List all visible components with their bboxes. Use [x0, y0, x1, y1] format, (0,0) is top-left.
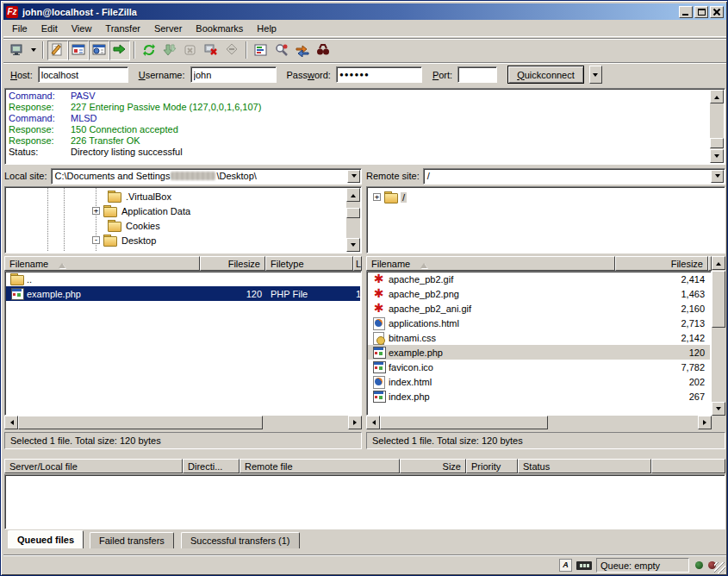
combo-dropdown[interactable] [347, 170, 360, 183]
column-filesize[interactable]: Filesize [200, 256, 265, 271]
remote-site-combobox[interactable]: / [423, 168, 725, 185]
port-input[interactable] [457, 66, 497, 83]
column-filename[interactable]: Filename [4, 256, 200, 271]
file-row-selected[interactable]: example.php 120 [368, 345, 710, 360]
close-button[interactable] [710, 6, 724, 18]
column-filesize[interactable]: Filesize [615, 256, 708, 271]
process-queue-button[interactable] [159, 41, 180, 60]
chevron-down-icon [352, 174, 357, 180]
menu-bookmarks[interactable]: Bookmarks [189, 22, 250, 35]
file-row-parent-dir[interactable]: .. [6, 272, 360, 286]
tab-queued-files[interactable]: Queued files [8, 530, 84, 548]
combo-dropdown[interactable] [711, 170, 724, 183]
username-input[interactable] [190, 66, 277, 83]
column-size[interactable]: Size [400, 459, 466, 473]
tab-successful-transfers[interactable]: Successful transfers (1) [181, 532, 300, 548]
refresh-button[interactable] [139, 41, 159, 60]
column-direction[interactable]: Directi... [183, 459, 240, 473]
local-site-combobox[interactable]: C:\Documents and Settings\Desktop\ [51, 168, 362, 185]
host-label: Host: [10, 70, 33, 80]
quickconnect-button[interactable]: Quickconnect [507, 66, 584, 84]
directory-comparison-button[interactable] [271, 41, 292, 60]
tree-item-root[interactable]: + / [373, 190, 407, 204]
tree-item-cookies[interactable]: Cookies [108, 218, 162, 233]
menu-help[interactable]: Help [250, 22, 283, 35]
status-bar: A Queue: empty [3, 554, 726, 574]
file-row[interactable]: index.php 267 [368, 389, 710, 404]
find-files-button[interactable] [313, 41, 333, 60]
scrollbar-thumb[interactable] [346, 208, 360, 218]
column-filename[interactable]: Filename [366, 256, 615, 271]
file-row[interactable]: index.html 202 [368, 374, 710, 389]
php-file-icon [10, 288, 23, 299]
tab-failed-transfers[interactable]: Failed transfers [90, 532, 174, 548]
image-file-icon: ✱ [372, 288, 385, 299]
menu-edit[interactable]: Edit [34, 22, 65, 35]
file-row[interactable]: ✱apache_pb2_ani.gif 2,160 [368, 301, 710, 316]
site-manager-dropdown[interactable] [28, 41, 39, 60]
file-row-example-php[interactable]: example.php 120 PHP File 1 [6, 286, 360, 301]
scroll-left-icon [8, 420, 14, 425]
local-file-list: .. example.php 120 PHP File 1 [4, 271, 362, 416]
cancel-button[interactable] [180, 41, 201, 60]
site-manager-button[interactable] [7, 41, 28, 60]
resize-grip[interactable] [714, 562, 725, 573]
column-last-modified[interactable]: L [353, 256, 362, 271]
filter-button[interactable] [251, 41, 271, 60]
column-remote-file[interactable]: Remote file [240, 459, 400, 473]
transfer-type-icon[interactable]: A [559, 559, 572, 572]
sort-ascending-icon [59, 260, 65, 268]
tree-item-application-data[interactable]: + Application Data [92, 203, 192, 218]
file-row[interactable]: bitnami.css 2,142 [368, 330, 710, 345]
scroll-right-icon [353, 420, 359, 425]
reconnect-button[interactable] [221, 41, 242, 60]
password-input[interactable] [336, 66, 422, 83]
disconnect-button[interactable] [201, 41, 221, 60]
scrollbar-thumb[interactable] [18, 416, 263, 429]
scroll-down-icon [714, 154, 719, 160]
log-scrollbar[interactable] [710, 90, 724, 163]
redacted-username [171, 172, 215, 180]
toggle-queue-button[interactable] [109, 41, 130, 60]
menu-transfer[interactable]: Transfer [98, 22, 147, 35]
scroll-left-icon [370, 420, 376, 425]
synchronized-browsing-button[interactable] [292, 41, 313, 60]
tree-expander[interactable]: - [92, 236, 100, 244]
tree-item-desktop[interactable]: - Desktop [92, 233, 158, 247]
minimize-button[interactable] [679, 6, 693, 18]
refresh-icon [142, 43, 156, 57]
remote-vscrollbar[interactable] [712, 256, 725, 416]
remote-hscrollbar[interactable] [366, 416, 712, 430]
scroll-down-icon [716, 407, 721, 413]
menu-view[interactable]: View [65, 22, 99, 35]
toggle-log-button[interactable] [47, 41, 68, 60]
scrollbar-thumb[interactable] [712, 271, 725, 328]
toggle-local-tree-button[interactable] [68, 41, 89, 60]
tree-expander[interactable]: + [92, 207, 100, 215]
scrollbar-thumb[interactable] [710, 138, 724, 148]
file-row[interactable]: ✱apache_pb2.png 1,463 [368, 286, 710, 301]
file-row[interactable]: favicon.ico 7,782 [368, 360, 710, 374]
column-status[interactable]: Status [518, 459, 651, 473]
app-icon[interactable]: Fz [6, 6, 18, 18]
toggle-remote-tree-button[interactable] [89, 41, 109, 60]
menu-server[interactable]: Server [147, 22, 189, 35]
host-input[interactable] [38, 66, 128, 83]
scrollbar-thumb[interactable] [380, 416, 548, 429]
encryption-indicator-icon[interactable] [576, 561, 592, 570]
menu-file[interactable]: File [5, 22, 34, 35]
column-filetype[interactable]: Filetype [265, 256, 353, 271]
column-priority[interactable]: Priority [466, 459, 518, 473]
folder-icon [103, 235, 116, 246]
quickconnect-dropdown[interactable] [589, 66, 602, 84]
scroll-up-icon [716, 260, 721, 266]
log-line: Response:227 Entering Passive Mode (127,… [9, 102, 707, 113]
tree-item-virtualbox[interactable]: .VirtualBox [108, 189, 173, 203]
maximize-button[interactable] [694, 6, 708, 18]
tree-expander[interactable]: + [373, 193, 381, 201]
column-server-local-file[interactable]: Server/Local file [4, 459, 183, 473]
file-row[interactable]: ✱apache_pb2.gif 2,414 [368, 272, 710, 286]
local-tree-scrollbar[interactable] [346, 188, 360, 252]
local-hscrollbar[interactable] [4, 416, 362, 430]
file-row[interactable]: applications.html 2,713 [368, 316, 710, 330]
